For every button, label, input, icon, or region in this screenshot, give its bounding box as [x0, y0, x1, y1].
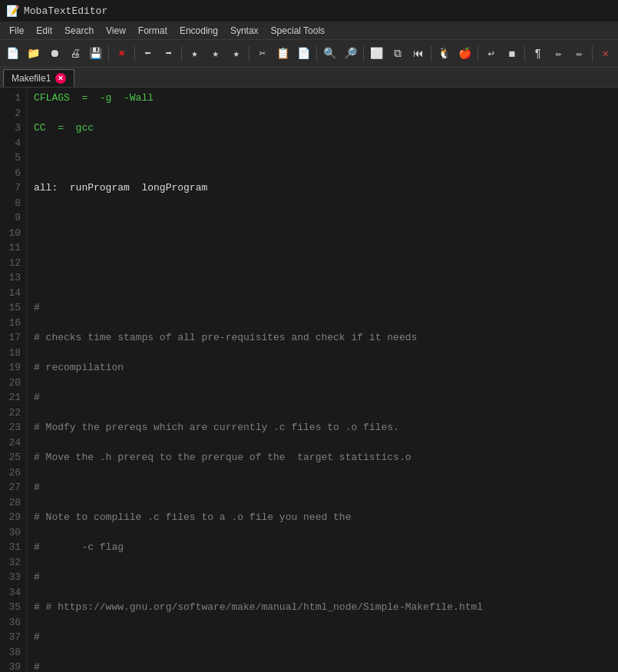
toolbar-separator — [134, 46, 135, 61]
tab-bar: Makefile1 ✕ — [0, 68, 618, 88]
menu-item-special-tools[interactable]: Special Tools — [265, 24, 332, 38]
code-line: # Move the .h prereq to the prerque of t… — [34, 450, 612, 465]
open-btn[interactable]: 📁 — [24, 43, 43, 65]
bookmark2-btn[interactable]: ★ — [206, 43, 225, 65]
indent-btn[interactable]: ➡ — [159, 43, 178, 65]
code-line — [34, 210, 612, 226]
close-x-btn[interactable]: ✕ — [596, 43, 615, 65]
code-line: CC = gcc — [34, 121, 612, 136]
menu-item-edit[interactable]: Edit — [30, 24, 58, 38]
menu-bar: FileEditSearchViewFormatEncodingSyntaxSp… — [0, 22, 618, 40]
marker-btn[interactable]: ✏ — [570, 43, 589, 65]
copy-btn[interactable]: 📋 — [273, 43, 292, 65]
undo-btn[interactable]: ↩ — [481, 43, 501, 65]
code-line — [34, 270, 612, 286]
tab-label: Makefile1 — [12, 73, 51, 84]
title-bar: 📝 MobaTextEditor — [0, 0, 618, 22]
toolbar-separator — [592, 46, 593, 61]
code-line: # — [34, 480, 612, 495]
menu-item-view[interactable]: View — [100, 24, 132, 38]
fullscreen-btn[interactable]: ⬜ — [367, 43, 386, 65]
menu-item-encoding[interactable]: Encoding — [174, 24, 224, 38]
code-line: # — [34, 390, 612, 406]
toolbar-separator — [108, 46, 109, 61]
code-line: # # https://www.gnu.org/software/make/ma… — [34, 600, 612, 615]
code-line: # — [34, 570, 612, 585]
menu-item-format[interactable]: Format — [132, 24, 174, 38]
toolbar-separator — [524, 46, 525, 61]
highlight-btn[interactable]: ✏ — [549, 43, 568, 65]
code-area[interactable]: CFLAGS = -g -Wall CC = gcc all: runProgr… — [28, 88, 618, 672]
replace-btn[interactable]: 🔎 — [341, 43, 360, 65]
bookmark3-btn[interactable]: ★ — [226, 43, 246, 65]
find-btn[interactable]: 🔍 — [320, 43, 339, 65]
toolbar-separator — [249, 46, 250, 61]
prev-btn[interactable]: ⏮ — [408, 43, 428, 65]
toolbar-separator — [316, 46, 317, 61]
para-btn[interactable]: ¶ — [528, 43, 547, 65]
code-line: # -c flag — [34, 540, 612, 555]
outdent-btn[interactable]: ⬅ — [138, 43, 157, 65]
paste-btn[interactable]: 📄 — [294, 43, 313, 65]
code-line: # — [34, 300, 612, 316]
scissors-btn[interactable]: ✂ — [253, 43, 272, 65]
toolbar-separator — [478, 46, 478, 61]
menu-item-file[interactable]: File — [3, 24, 30, 38]
code-line — [34, 240, 612, 256]
bookmark1-btn[interactable]: ★ — [185, 43, 204, 65]
new-file-btn[interactable]: 📄 — [3, 43, 22, 65]
code-line: all: runProgram longProgram — [34, 180, 612, 196]
app-title: MobaTextEditor — [24, 5, 107, 17]
code-line: # Modfy the prereqs which are currently … — [34, 420, 612, 435]
apple-btn[interactable]: 🍎 — [455, 43, 474, 65]
tab-close-btn[interactable]: ✕ — [55, 73, 66, 84]
line-numbers: 1 2 3 4 5 6 7 8 9 10 11 12 13 14 15 16 1… — [0, 88, 28, 672]
code-line: CFLAGS = -g -Wall — [34, 91, 612, 106]
toolbar: 📄📁⏺🖨💾✖⬅➡★★★✂📋📄🔍🔎⬜⧉⏮🐧🍎↩◼¶✏✏✕ — [0, 40, 618, 68]
record-btn[interactable]: ⏺ — [45, 43, 64, 65]
code-line — [34, 151, 612, 166]
editor: 1 2 3 4 5 6 7 8 9 10 11 12 13 14 15 16 1… — [0, 88, 618, 672]
print-btn[interactable]: 🖨 — [65, 43, 84, 65]
file-tab[interactable]: Makefile1 ✕ — [3, 69, 74, 87]
toolbar-separator — [431, 46, 431, 61]
close-btn[interactable]: ✖ — [112, 43, 131, 65]
split-btn[interactable]: ⧉ — [388, 43, 407, 65]
code-line: # — [34, 630, 612, 645]
menu-item-syntax[interactable]: Syntax — [224, 24, 265, 38]
app-icon: 📝 — [6, 5, 19, 18]
toolbar-separator — [181, 46, 182, 61]
code-line: # recompilation — [34, 360, 612, 376]
code-line: # — [34, 660, 612, 672]
macro-btn[interactable]: ◼ — [502, 43, 521, 65]
save-btn[interactable]: 💾 — [86, 43, 105, 65]
code-line: # checks time stamps of all pre-requisit… — [34, 330, 612, 346]
linux-btn[interactable]: 🐧 — [435, 43, 454, 65]
code-line: # Note to complile .c files to a .o file… — [34, 510, 612, 525]
menu-item-search[interactable]: Search — [58, 24, 100, 38]
toolbar-separator — [363, 46, 364, 61]
